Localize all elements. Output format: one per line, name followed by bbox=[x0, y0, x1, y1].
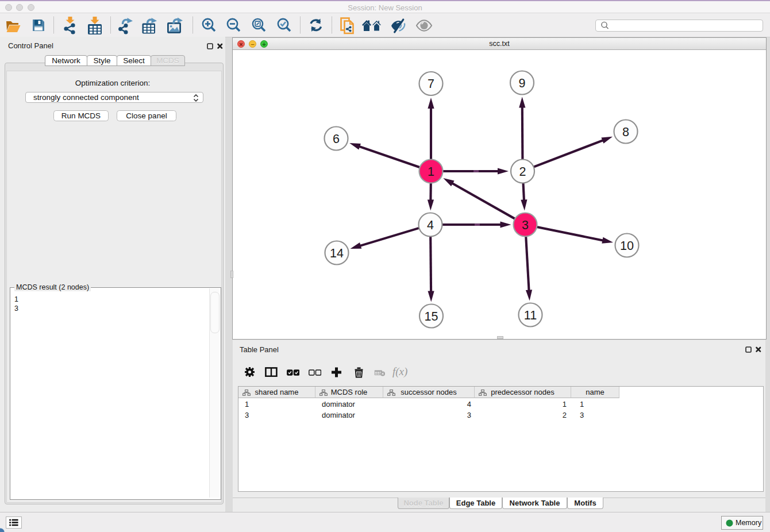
svg-text:1: 1 bbox=[428, 165, 434, 179]
svg-text:9: 9 bbox=[519, 76, 526, 90]
svg-text:15: 15 bbox=[425, 310, 438, 323]
svg-text:4: 4 bbox=[427, 218, 434, 232]
svg-text:10: 10 bbox=[620, 239, 634, 253]
svg-text:14: 14 bbox=[330, 246, 344, 260]
svg-text:8: 8 bbox=[622, 125, 629, 139]
svg-text:6: 6 bbox=[333, 132, 340, 146]
svg-text:7: 7 bbox=[428, 77, 434, 91]
svg-text:3: 3 bbox=[522, 218, 529, 232]
svg-text:2: 2 bbox=[519, 165, 526, 179]
svg-text:11: 11 bbox=[524, 309, 537, 322]
